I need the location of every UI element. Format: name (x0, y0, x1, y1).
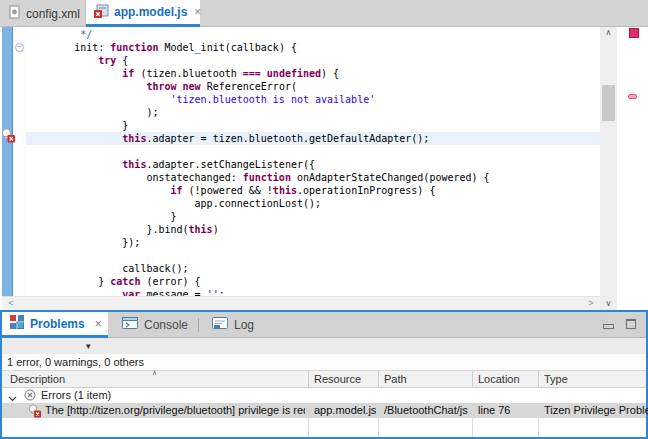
tab-separator (198, 318, 199, 332)
code-line[interactable]: 'tizen.bluetooth is not available' (26, 93, 600, 106)
column-header-resource[interactable]: Resource (314, 373, 361, 385)
code-token: onstatechanged: (26, 172, 243, 183)
scroll-down-icon[interactable]: ∨ (600, 298, 617, 310)
problem-path: /BluetoothChat/js (384, 404, 468, 416)
code-line[interactable]: throw new ReferenceError( (26, 80, 600, 93)
code-token: { (116, 55, 128, 66)
column-divider[interactable] (378, 371, 379, 388)
scroll-right-icon[interactable]: > (584, 297, 598, 311)
code-line[interactable] (26, 249, 600, 262)
scroll-left-icon[interactable]: < (4, 297, 18, 311)
code-line[interactable]: } catch (error) { (26, 275, 600, 288)
code-line[interactable]: }); (26, 236, 600, 249)
code-token: app.connectionLost(); (26, 198, 321, 209)
overview-ruler[interactable] (617, 27, 648, 310)
problems-view-icon (10, 315, 24, 332)
code-line[interactable]: if (!powered && !this.operationInProgres… (26, 184, 600, 197)
code-line[interactable]: } (26, 119, 600, 132)
code-token: onAdapterStateChanged(powered) { (291, 172, 490, 183)
code-line[interactable] (26, 145, 600, 158)
code-area[interactable]: */ init: function Model_init(callback) {… (26, 28, 600, 296)
maximize-view-button[interactable] (626, 319, 636, 329)
code-token (26, 289, 122, 296)
code-line[interactable]: try { (26, 54, 600, 67)
code-token: ; (219, 289, 225, 296)
code-line[interactable]: app.connectionLost(); (26, 197, 600, 210)
error-category-icon (24, 389, 36, 403)
ide-window: { "colors": { "accent": "#2e86d2", "tab_… (0, 0, 648, 439)
column-divider[interactable] (472, 371, 473, 388)
code-line[interactable]: this.adapter = tizen.bluetooth.getDefaul… (26, 132, 600, 145)
code-token: 'tizen.bluetooth is not available' (171, 94, 376, 105)
code-token: if (171, 185, 183, 196)
code-token: } (26, 120, 128, 131)
code-token: }.bind( (26, 224, 189, 235)
column-header-type[interactable]: Type (544, 373, 568, 385)
code-line[interactable]: init: function Model_init(callback) { (26, 41, 600, 54)
vertical-scrollbar[interactable]: ∧ ∨ (600, 27, 617, 310)
tab-app-model-js[interactable]: app.model.js × (86, 0, 200, 27)
log-icon (212, 317, 228, 333)
editor-tabbar: config.xml app.model.js × (0, 0, 648, 27)
vertical-scrollbar-thumb[interactable] (602, 85, 615, 121)
close-tab-icon[interactable]: × (194, 5, 201, 19)
problem-row-selected[interactable]: The [http://tizen.org/privilege/bluetoot… (2, 403, 646, 418)
problems-rows-area: Errors (1 item) The [http://tizen.org/pr… (2, 388, 646, 437)
view-menu-icon[interactable]: ▾ (86, 341, 91, 351)
code-token: this (273, 185, 297, 196)
tab-problems[interactable]: Problems × (2, 312, 108, 338)
column-gridline (472, 418, 473, 437)
error-marker-icon[interactable] (1, 128, 16, 147)
column-header-description[interactable]: Description (10, 373, 65, 385)
code-token (26, 55, 98, 66)
close-tab-icon[interactable]: × (95, 317, 102, 331)
overview-error-marker[interactable] (628, 94, 637, 99)
panel-tabbar: Problems × Console Log (2, 312, 646, 338)
code-line[interactable]: ); (26, 106, 600, 119)
code-line[interactable]: this.adapter.setChangeListener({ (26, 158, 600, 171)
folding-ruler[interactable] (13, 27, 26, 296)
annotation-ruler[interactable] (2, 27, 13, 296)
code-token (26, 159, 122, 170)
code-editor[interactable]: − */ init: function Model_init(callback)… (0, 27, 648, 310)
code-token: new (183, 81, 201, 92)
code-token: Model_init(callback) { (158, 42, 296, 53)
tab-log[interactable]: Log (204, 312, 262, 338)
code-token: .operationInProgress) { (297, 185, 435, 196)
column-divider[interactable] (308, 371, 309, 388)
problem-resource: app.model.js (314, 404, 376, 416)
code-token: ) (213, 224, 219, 235)
errors-group-row[interactable]: Errors (1 item) (2, 388, 646, 403)
code-line[interactable]: var message = ''; (26, 288, 600, 296)
scroll-up-icon[interactable]: ∧ (600, 27, 617, 39)
tab-console[interactable]: Console (114, 312, 196, 338)
code-line[interactable]: callback(); (26, 262, 600, 275)
column-header-path[interactable]: Path (384, 373, 407, 385)
problem-location: line 76 (478, 404, 510, 416)
fold-collapse-icon[interactable]: − (15, 43, 24, 52)
horizontal-scrollbar[interactable]: < > (2, 296, 600, 310)
code-line[interactable]: */ (26, 28, 600, 41)
code-token: .adapter = tizen.bluetooth.getDefaultAda… (146, 133, 429, 144)
code-line[interactable]: onstatechanged: function onAdapterStateC… (26, 171, 600, 184)
code-line[interactable]: if (tizen.bluetooth === undefined) { (26, 67, 600, 80)
code-token: var (122, 289, 140, 296)
code-token: === (243, 68, 261, 79)
code-token: throw (146, 81, 176, 92)
problems-summary: 1 error, 0 warnings, 0 others (2, 354, 646, 371)
code-token: (error) { (140, 276, 200, 287)
code-token (26, 185, 171, 196)
tab-config-xml[interactable]: config.xml (0, 0, 86, 27)
minimize-view-button[interactable] (603, 324, 614, 329)
code-line[interactable]: }.bind(this) (26, 223, 600, 236)
column-divider[interactable] (538, 371, 539, 388)
code-token: callback(); (26, 263, 189, 274)
code-line[interactable]: } (26, 210, 600, 223)
panel-toolbar: ▾ (2, 338, 646, 354)
overview-error-header-icon[interactable] (629, 28, 639, 38)
code-token: } (26, 211, 177, 222)
code-token: } (26, 276, 110, 287)
column-header-location[interactable]: Location (478, 373, 520, 385)
code-token: .adapter.setChangeListener({ (146, 159, 315, 170)
tab-label: Problems (30, 317, 85, 331)
